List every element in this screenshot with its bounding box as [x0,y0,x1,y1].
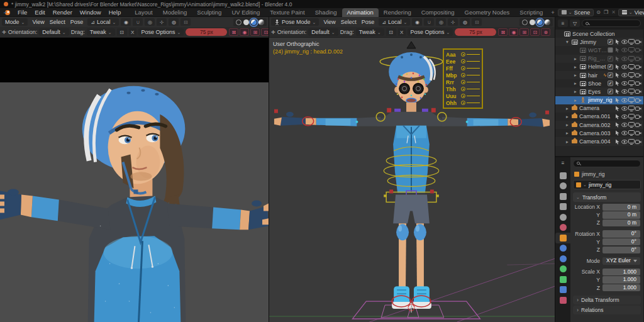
workspace-tab[interactable]: Modeling [158,8,192,17]
pin-icon[interactable]: ⊙ [596,9,601,15]
field-value[interactable]: 1.000 [602,276,640,284]
phoneme-slider-track[interactable] [467,103,480,104]
viewport-menu-item[interactable]: Pose [68,19,86,25]
selectable-icon[interactable] [614,130,621,136]
menu-item[interactable]: Edit [31,9,48,16]
hide-eye-icon[interactable] [621,106,628,111]
phoneme-slider-track[interactable] [467,54,480,55]
hide-eye-icon[interactable] [621,89,628,94]
collection-checkbox[interactable]: ✓ [608,89,613,94]
outliner-row[interactable]: WGTS_rig ϟ ✓ [555,46,643,54]
collection-checkbox[interactable]: ✓ [608,39,613,45]
workspace-tab[interactable]: Shading [310,8,342,17]
view-layer-selector[interactable]: ⌄ ViewLayer [618,9,644,16]
menu-item[interactable]: Render [49,9,76,16]
show-gizmo-icon[interactable]: ⊹ [157,18,167,26]
pose-options-dropdown[interactable]: Pose Options ⌄ [138,28,184,36]
overlays-icon[interactable]: ◍ [460,18,470,26]
collection-checkbox[interactable]: ✓ [608,80,613,86]
phoneme-slider-knob[interactable] [461,94,465,98]
expand-arrow-icon[interactable]: ▸ [566,106,572,111]
menu-item[interactable]: Window [76,9,105,16]
viewport-disable-icon[interactable] [628,97,635,103]
expand-arrow-icon[interactable]: ▸ [574,97,580,103]
viewport-disable-icon[interactable] [628,72,635,78]
viewport-menu-item[interactable]: View [30,19,47,25]
pose-toggle-icon[interactable]: ⊗ [541,28,550,36]
hide-eye-icon[interactable] [621,122,628,128]
proportional-editing-icon[interactable]: ◎ [145,18,155,26]
properties-tab[interactable] [555,285,570,296]
viewport-disable-icon[interactable] [628,47,635,53]
outliner-row[interactable]: ▸ Eyes ϟ ✓ [555,87,643,96]
outliner-row[interactable]: ▸ hair ϟ ✓ [555,71,643,79]
viewport-disable-icon[interactable] [628,89,635,94]
viewport-menu-item[interactable]: Pose [359,19,377,25]
scene-selector[interactable]: ⌄ Scene [558,9,594,16]
hide-eye-icon[interactable] [621,72,628,78]
collection-checkbox[interactable]: ✓ [608,47,613,53]
x-mirror-toggle[interactable]: X [398,28,406,36]
show-gizmo-icon[interactable]: ⊹ [448,18,458,26]
selectable-icon[interactable] [614,39,621,45]
selectable-icon[interactable] [614,97,621,103]
wireframe-shading-icon[interactable] [236,19,242,25]
properties-tab[interactable] [555,202,570,213]
collection-checkbox[interactable]: ✓ [608,72,613,78]
menu-item[interactable]: Help [105,9,125,16]
phoneme-slider-knob[interactable] [461,52,465,57]
selectable-icon[interactable] [614,139,621,145]
render-disable-icon[interactable] [635,106,641,111]
pose-toggle-icon[interactable]: ⊡ [530,28,540,36]
pose-options-dropdown[interactable]: Pose Options ⌄ [408,28,453,36]
selectable-icon[interactable] [614,80,621,86]
pivot-point-icon[interactable]: ◉ [121,18,131,26]
viewport-disable-icon[interactable] [628,122,635,128]
viewport-menu-item[interactable]: Select [47,19,68,25]
outliner-row[interactable]: ▸ Rig_defor ϟ ✓ [555,55,643,63]
viewport-menu-item[interactable]: Select [338,19,359,25]
xray-icon[interactable]: ⊟ [180,18,191,26]
viewport-disable-icon[interactable] [628,80,635,86]
render-disable-icon[interactable] [635,39,641,45]
render-disable-icon[interactable] [635,122,641,128]
outliner-display-mode-icon[interactable]: ≡ [558,19,568,27]
outliner-row[interactable]: ▸ Camera ϟ ✓ [555,104,643,113]
rendered-shading-icon[interactable] [545,19,550,25]
field-value[interactable]: XYZ Euler [602,257,640,265]
properties-tab[interactable] [555,295,570,306]
material-preview-icon[interactable] [251,19,257,25]
properties-tab[interactable] [555,181,570,192]
viewport-disable-icon[interactable] [628,139,635,145]
move-tool-icon[interactable]: ✛ [271,30,275,35]
expand-arrow-icon[interactable]: ▸ [566,122,572,128]
pivot-point-icon[interactable]: ◉ [412,18,422,26]
drag-dropdown[interactable]: Tweak ⌄ [356,28,384,36]
expand-arrow-icon[interactable]: ▸ [574,56,580,62]
phoneme-slider-track[interactable] [467,89,480,90]
selectable-icon[interactable] [614,114,621,119]
viewport-disable-icon[interactable] [628,130,635,136]
new-scene-icon[interactable]: ❐ [603,9,609,15]
expand-arrow-icon[interactable]: ▸ [574,64,580,70]
collection-checkbox[interactable]: ✓ [608,56,613,62]
expand-arrow-icon[interactable]: ▸ [574,72,580,78]
outliner-search-input[interactable] [582,19,641,27]
field-value[interactable]: 0° [602,247,640,254]
editor-type-icon[interactable]: ≡ [558,159,568,167]
workspace-tab[interactable]: Sculpting [192,8,226,17]
overlays-icon[interactable]: ◍ [169,18,179,26]
phoneme-slider-knob[interactable] [461,73,465,77]
solid-shading-icon[interactable] [243,19,249,25]
properties-search-input[interactable] [573,160,641,167]
hide-eye-icon[interactable] [621,97,628,103]
field-value[interactable]: 0° [602,230,640,238]
outliner-row[interactable]: ▸ Shoe ϟ ✓ [555,79,643,87]
phoneme-slider-knob[interactable] [461,87,465,91]
wireframe-shading-icon[interactable] [522,19,528,25]
render-disable-icon[interactable] [635,47,641,53]
selectable-icon[interactable] [614,56,621,62]
xray-icon[interactable]: ⊟ [472,18,482,26]
phoneme-slider-track[interactable] [467,75,480,76]
selectable-icon[interactable] [614,89,621,94]
